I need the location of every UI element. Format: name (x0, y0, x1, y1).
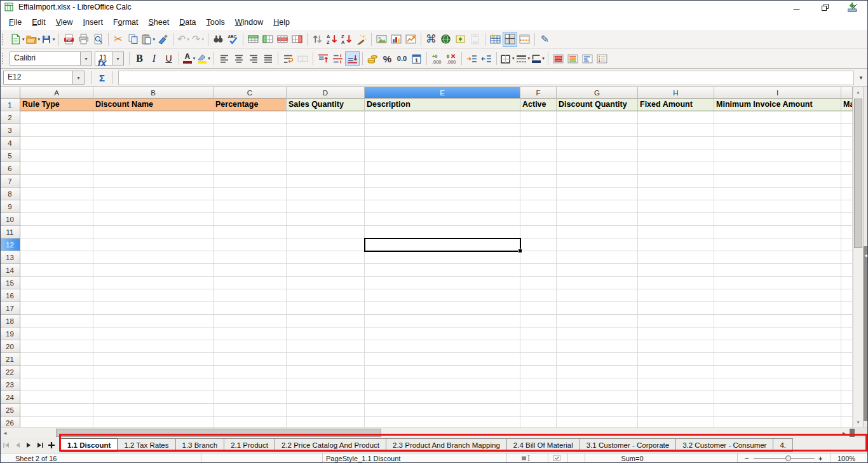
cell[interactable] (557, 315, 638, 328)
cell[interactable] (93, 238, 214, 251)
cell[interactable] (714, 188, 841, 200)
cell[interactable] (365, 417, 520, 427)
cell[interactable] (20, 315, 93, 328)
align-bottom-icon[interactable] (345, 51, 360, 66)
cell[interactable] (714, 366, 841, 378)
cell[interactable] (287, 340, 365, 353)
cell[interactable] (365, 302, 520, 315)
cell[interactable] (841, 137, 853, 149)
cell[interactable] (638, 315, 714, 328)
cell[interactable] (20, 340, 93, 353)
cell[interactable] (520, 188, 557, 200)
cell[interactable] (365, 391, 520, 404)
cell-G1[interactable]: Discount Quantity (557, 99, 638, 111)
cell[interactable] (214, 378, 287, 391)
cell[interactable] (287, 200, 365, 213)
cell[interactable] (557, 277, 638, 289)
cell[interactable] (214, 315, 287, 328)
row-header-5[interactable]: 5 (0, 149, 20, 162)
italic-icon[interactable]: I (147, 51, 161, 66)
cell[interactable] (638, 417, 714, 427)
cell[interactable] (214, 404, 287, 417)
cell[interactable] (20, 162, 93, 175)
dropdown-arrow[interactable]: ▾ (153, 37, 156, 42)
next-sheet-icon[interactable] (23, 439, 34, 451)
sheet-tab-1-2-tax-rates[interactable]: 1.2 Tax Rates (117, 438, 175, 452)
cell[interactable] (93, 302, 214, 315)
split-window-icon[interactable] (517, 32, 532, 47)
cell[interactable] (287, 238, 365, 251)
cell[interactable] (93, 264, 214, 277)
row-header-16[interactable]: 16 (0, 289, 20, 302)
cell[interactable] (20, 289, 93, 302)
cell[interactable] (365, 378, 520, 391)
cell-partial1[interactable]: Ma (841, 99, 853, 111)
cell[interactable] (365, 188, 520, 200)
cell[interactable] (20, 226, 93, 238)
dropdown-arrow[interactable]: ▾ (38, 37, 41, 42)
cell[interactable] (520, 238, 557, 251)
cell[interactable] (20, 149, 93, 162)
cell[interactable] (557, 238, 638, 251)
new-document-icon[interactable]: ▾ (10, 32, 25, 47)
align-right-icon[interactable] (246, 51, 261, 66)
cell[interactable] (557, 340, 638, 353)
cell[interactable] (287, 404, 365, 417)
column-header-B[interactable]: B (93, 87, 214, 99)
print-preview-icon[interactable] (91, 32, 105, 47)
cell[interactable] (365, 366, 520, 378)
cell[interactable] (214, 264, 287, 277)
cell[interactable] (20, 188, 93, 200)
row-header-22[interactable]: 22 (0, 366, 20, 378)
dropdown-arrow[interactable]: ▾ (512, 56, 515, 61)
toolbar-grip[interactable] (2, 53, 5, 64)
cell[interactable] (714, 264, 841, 277)
cell[interactable] (93, 149, 214, 162)
row-header-2[interactable]: 2 (0, 111, 20, 124)
sheet-tab-3-2-customer-consumer[interactable]: 3.2 Customer - Consumer (675, 438, 773, 452)
cell[interactable] (20, 378, 93, 391)
cell[interactable] (214, 251, 287, 264)
row-header-23[interactable]: 23 (0, 378, 20, 391)
column-header-D[interactable]: D (287, 87, 365, 99)
format-as-percent-icon[interactable]: % (380, 51, 395, 66)
insert-column-before-icon[interactable] (261, 32, 275, 47)
cell[interactable] (841, 149, 853, 162)
spelling-icon[interactable]: ABC (226, 32, 240, 47)
cell[interactable] (20, 366, 93, 378)
toolbar-grip[interactable] (2, 34, 5, 45)
cell[interactable] (714, 162, 841, 175)
cell[interactable] (714, 124, 841, 137)
cell[interactable] (93, 137, 214, 149)
cell-E1[interactable]: Description (365, 99, 520, 111)
cell[interactable] (365, 289, 520, 302)
cell[interactable] (714, 340, 841, 353)
cell[interactable] (638, 137, 714, 149)
cell[interactable] (287, 251, 365, 264)
cell[interactable] (93, 200, 214, 213)
column-header-F[interactable]: F (520, 87, 557, 99)
menu-sheet[interactable]: Sheet (143, 16, 174, 29)
selection-mode-icon[interactable] (521, 455, 531, 462)
cell[interactable] (638, 111, 714, 124)
cell[interactable] (365, 200, 520, 213)
menu-edit[interactable]: Edit (27, 16, 51, 29)
cell[interactable] (714, 137, 841, 149)
cell[interactable] (841, 251, 853, 264)
bold-icon[interactable]: B (132, 51, 147, 66)
save-icon[interactable]: ▾ (41, 32, 56, 47)
cell[interactable] (365, 251, 520, 264)
conditional-data-bars-icon[interactable] (580, 51, 595, 66)
cell[interactable] (714, 315, 841, 328)
cell[interactable] (20, 353, 93, 366)
align-center-icon[interactable] (231, 51, 246, 66)
insert-row-above-icon[interactable] (246, 32, 261, 47)
insert-comment-icon[interactable] (453, 32, 468, 47)
sheet-tab-2-2-price-catalog-and-product[interactable]: 2.2 Price Catalog And Product (275, 438, 386, 452)
cell[interactable] (841, 238, 853, 251)
cell[interactable] (214, 188, 287, 200)
cell[interactable] (841, 302, 853, 315)
cell[interactable] (638, 328, 714, 340)
cell-A1[interactable]: Rule Type (20, 99, 93, 111)
document-modified-icon[interactable] (553, 455, 561, 462)
